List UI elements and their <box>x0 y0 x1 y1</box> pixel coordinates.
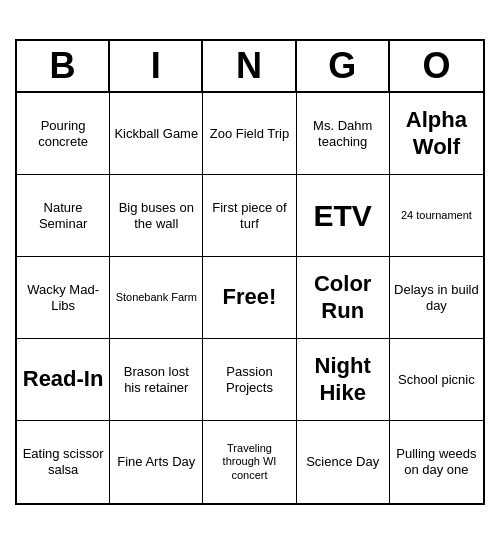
bingo-cell-24: Pulling weeds on day one <box>390 421 483 503</box>
bingo-cell-15: Read-In <box>17 339 110 421</box>
bingo-cell-1: Kickball Game <box>110 93 203 175</box>
bingo-cell-9: 24 tournament <box>390 175 483 257</box>
header-letter-i: I <box>110 41 203 91</box>
bingo-cell-16: Brason lost his retainer <box>110 339 203 421</box>
bingo-cell-7: First piece of turf <box>203 175 296 257</box>
bingo-cell-21: Fine Arts Day <box>110 421 203 503</box>
header-letter-b: B <box>17 41 110 91</box>
bingo-cell-13: Color Run <box>297 257 390 339</box>
bingo-cell-12: Free! <box>203 257 296 339</box>
bingo-cell-6: Big buses on the wall <box>110 175 203 257</box>
header-letter-n: N <box>203 41 296 91</box>
bingo-cell-4: Alpha Wolf <box>390 93 483 175</box>
bingo-cell-17: Passion Projects <box>203 339 296 421</box>
header-letter-o: O <box>390 41 483 91</box>
bingo-cell-2: Zoo Field Trip <box>203 93 296 175</box>
bingo-cell-8: ETV <box>297 175 390 257</box>
bingo-cell-5: Nature Seminar <box>17 175 110 257</box>
bingo-header: BINGO <box>17 41 483 93</box>
bingo-cell-19: School picnic <box>390 339 483 421</box>
bingo-cell-11: Stonebank Farm <box>110 257 203 339</box>
bingo-cell-10: Wacky Mad-Libs <box>17 257 110 339</box>
bingo-cell-23: Science Day <box>297 421 390 503</box>
bingo-cell-22: Traveling through WI concert <box>203 421 296 503</box>
bingo-cell-14: Delays in build day <box>390 257 483 339</box>
bingo-card: BINGO Pouring concreteKickball GameZoo F… <box>15 39 485 505</box>
bingo-grid: Pouring concreteKickball GameZoo Field T… <box>17 93 483 503</box>
bingo-cell-0: Pouring concrete <box>17 93 110 175</box>
bingo-cell-3: Ms. Dahm teaching <box>297 93 390 175</box>
bingo-cell-20: Eating scissor salsa <box>17 421 110 503</box>
header-letter-g: G <box>297 41 390 91</box>
bingo-cell-18: Night Hike <box>297 339 390 421</box>
